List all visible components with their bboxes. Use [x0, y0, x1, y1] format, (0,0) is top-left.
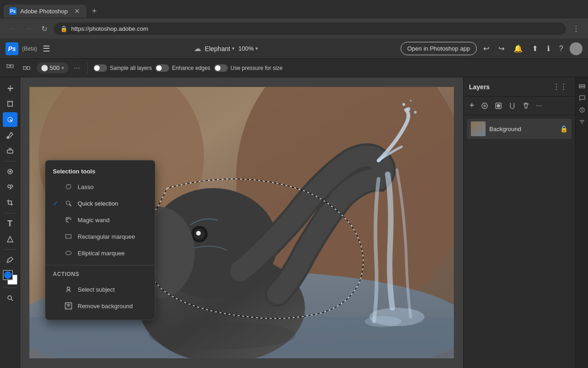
panel-options-button[interactable]: ⋮⋮ — [550, 81, 570, 92]
more-layers-button[interactable]: ··· — [534, 100, 544, 111]
popup-item-elliptical-marquee[interactable]: Elliptical marquee — [45, 245, 155, 261]
svg-point-33 — [149, 322, 296, 349]
enhance-edges-label: Enhance edges — [172, 65, 210, 71]
reload-button[interactable]: ↻ — [39, 23, 50, 35]
beta-label: (Beta) — [22, 46, 37, 52]
shape-tool-button[interactable] — [3, 232, 17, 247]
panel-tools: + — [464, 97, 575, 115]
new-tab-button[interactable]: + — [88, 5, 101, 18]
quick-selection-label: Quick selection — [78, 200, 118, 207]
svg-line-38 — [70, 218, 71, 218]
svg-point-37 — [66, 218, 68, 219]
help-button[interactable]: ? — [556, 43, 566, 55]
layer-thumb-inner — [471, 121, 486, 136]
clone-tool-button[interactable] — [3, 180, 17, 195]
add-layer-button[interactable]: + — [467, 99, 477, 112]
forward-button[interactable]: → — [22, 23, 35, 34]
eyedropper-tool-button[interactable] — [3, 253, 17, 267]
popup-item-magic-wand[interactable]: Magic wand — [45, 212, 155, 228]
artboard-tool-button[interactable] — [3, 97, 17, 111]
quick-selection-icon — [64, 199, 73, 208]
comments-icon-button[interactable] — [577, 93, 587, 103]
foreground-color-swatch[interactable] — [3, 270, 13, 280]
popup-item-quick-selection[interactable]: ✓ Quick selection — [45, 195, 155, 212]
selection-tool-button[interactable] — [3, 112, 17, 127]
brush-size-control[interactable]: 500 ▾ — [37, 63, 68, 73]
text-tool-button[interactable]: T — [3, 216, 17, 231]
brush-tool-button[interactable] — [3, 128, 17, 143]
remove-bg-icon — [64, 301, 73, 310]
selection-tools-popup: Selection tools Lasso ✓ — [45, 160, 155, 320]
tool-divider-4 — [4, 288, 17, 288]
hamburger-menu-button[interactable]: ☰ — [41, 42, 52, 56]
layer-thumbnail — [471, 121, 486, 136]
more-options-button[interactable]: ··· — [72, 62, 82, 74]
secondary-toolbar: 500 ▾ ··· Sample all layers Enhance edge… — [0, 59, 588, 77]
undo-button[interactable]: ↩ — [481, 42, 492, 55]
rect-marquee-icon — [64, 232, 73, 241]
sample-all-layers-toggle[interactable] — [93, 64, 107, 72]
popup-item-select-subject[interactable]: Select subject — [45, 281, 155, 298]
svg-point-52 — [582, 109, 582, 109]
address-bar[interactable]: 🔒 https://photoshop.adobe.com — [54, 23, 566, 35]
svg-rect-40 — [66, 235, 71, 238]
use-pressure-toggle[interactable] — [214, 64, 228, 72]
foreground-color-inner — [4, 271, 11, 279]
svg-rect-2 — [23, 67, 26, 69]
svg-line-36 — [66, 220, 68, 223]
tool-divider-2 — [4, 213, 17, 213]
tab-favicon: Ps — [9, 7, 17, 15]
layers-icon-button[interactable] — [577, 81, 587, 91]
tab-close-button[interactable]: ✕ — [74, 7, 81, 15]
notifications-button[interactable]: 🔔 — [511, 42, 526, 55]
share-button[interactable]: ⬆ — [529, 42, 541, 55]
color-swatches[interactable] — [3, 270, 17, 285]
svg-point-41 — [66, 251, 71, 255]
crop-tool-button[interactable] — [3, 196, 17, 210]
popup-divider — [45, 265, 155, 265]
svg-rect-49 — [579, 86, 585, 88]
layer-clip-button[interactable] — [506, 101, 518, 111]
selection-subtract-button[interactable] — [20, 63, 33, 74]
popup-item-rectangular-marquee[interactable]: Rectangular marquee — [45, 228, 155, 245]
delete-layer-button[interactable] — [520, 101, 532, 111]
layer-item-background[interactable]: Background 🔒 — [467, 119, 571, 139]
zoom-control[interactable]: 100% ▾ — [238, 45, 258, 52]
heal-tool-button[interactable] — [3, 164, 17, 179]
svg-point-28 — [414, 111, 417, 114]
eraser-tool-button[interactable] — [3, 144, 17, 158]
lasso-icon — [64, 182, 73, 191]
popup-section-title-actions: Actions — [45, 269, 155, 281]
svg-rect-10 — [7, 150, 13, 153]
quick-selection-check: ✓ — [53, 200, 59, 207]
active-tab[interactable]: Ps Adobe Photoshop ✕ — [4, 5, 86, 17]
svg-line-35 — [68, 217, 71, 220]
layer-mask-button[interactable] — [492, 101, 504, 111]
info-icon-button[interactable] — [577, 105, 587, 115]
lasso-label: Lasso — [78, 184, 94, 190]
ellip-marquee-icon — [64, 248, 73, 258]
svg-point-42 — [67, 287, 70, 290]
popup-item-remove-background[interactable]: Remove background — [45, 298, 155, 314]
magic-wand-label: Magic wand — [78, 217, 109, 224]
canvas-area[interactable]: Selection tools Lasso ✓ — [20, 77, 463, 368]
open-in-photoshop-button[interactable]: Open in Photoshop app — [401, 42, 477, 55]
enhance-edges-toggle[interactable] — [155, 64, 169, 72]
svg-rect-3 — [27, 67, 30, 69]
browser-menu-button[interactable]: ⋮ — [570, 23, 582, 35]
left-sidebar: T — [0, 77, 20, 368]
layer-name: Background — [489, 126, 556, 132]
layer-fx-button[interactable] — [479, 101, 491, 111]
layer-lock-icon[interactable]: 🔒 — [560, 125, 568, 132]
move-tool-button[interactable] — [3, 81, 17, 96]
rect-marquee-label: Rectangular marquee — [78, 233, 135, 240]
back-button[interactable]: ← — [6, 23, 18, 34]
file-name[interactable]: Elephant ▾ — [205, 45, 235, 52]
info-button[interactable]: ℹ — [544, 42, 553, 55]
popup-item-lasso[interactable]: Lasso — [45, 178, 155, 195]
redo-button[interactable]: ↪ — [496, 42, 507, 55]
selection-add-button[interactable] — [4, 63, 17, 74]
user-avatar[interactable] — [570, 42, 582, 55]
adjust-icon-button[interactable] — [577, 117, 587, 127]
zoom-tool-button[interactable] — [3, 291, 17, 305]
